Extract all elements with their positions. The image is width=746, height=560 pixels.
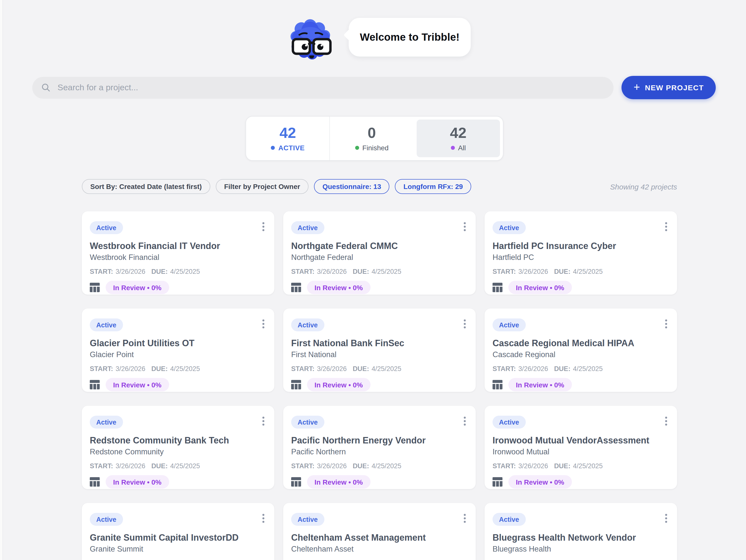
kebab-menu-button[interactable] xyxy=(260,221,266,232)
project-owner: Northgate Federal xyxy=(291,252,468,262)
review-status-pill[interactable]: In Review • 0% xyxy=(307,281,370,294)
project-card[interactable]: Active First National Bank FinSec First … xyxy=(283,309,476,392)
project-title: Hartfield PC Insurance Cyber xyxy=(492,241,669,251)
project-card[interactable]: Active Pacific Northern Energy Vendor Pa… xyxy=(283,406,476,489)
start-label: START: xyxy=(90,268,113,276)
active-label: ACTIVE xyxy=(278,144,305,152)
stat-tab-finished[interactable]: 0 Finished xyxy=(330,117,414,160)
search-input[interactable] xyxy=(57,82,605,93)
table-icon xyxy=(492,283,503,292)
filter-chip-1[interactable]: Filter by Project Owner xyxy=(216,179,309,194)
project-card[interactable]: Active Glacier Point Utilities OT Glacie… xyxy=(82,309,274,392)
status-badge: Active xyxy=(90,513,123,526)
status-badge: Active xyxy=(291,416,324,428)
status-badge: Active xyxy=(492,513,525,526)
review-status-pill[interactable]: In Review • 0% xyxy=(509,475,572,488)
project-owner: Hartfield PC xyxy=(492,252,669,262)
start-date: 3/26/2026 xyxy=(317,365,347,373)
project-card[interactable]: Active Westbrook Financial IT Vendor Wes… xyxy=(82,211,274,295)
project-dates: START: 3/26/2026 DUE: 4/25/2025 xyxy=(291,559,468,560)
start-date: 3/26/2026 xyxy=(116,559,145,560)
due-date: 4/25/2025 xyxy=(170,365,200,373)
table-icon xyxy=(90,380,100,389)
active-dot-icon xyxy=(271,146,275,150)
start-label: START: xyxy=(291,559,314,560)
filter-chip-0[interactable]: Sort By: Created Date (latest first) xyxy=(82,179,210,194)
kebab-menu-button[interactable] xyxy=(462,513,468,524)
card-footer: In Review • 0% xyxy=(492,378,669,391)
project-search-bar[interactable] xyxy=(32,77,614,99)
project-card[interactable]: Active Cheltenham Asset Management Chelt… xyxy=(283,503,476,560)
projects-grid: Active Westbrook Financial IT Vendor Wes… xyxy=(82,211,677,560)
kebab-menu-button[interactable] xyxy=(462,416,468,426)
kebab-menu-button[interactable] xyxy=(663,416,669,426)
project-owner: Glacier Point xyxy=(90,350,266,360)
review-status-pill[interactable]: In Review • 0% xyxy=(509,378,572,391)
new-project-button[interactable]: + NEW PROJECT xyxy=(622,76,716,99)
card-header: Active xyxy=(492,416,669,428)
start-date: 3/26/2026 xyxy=(116,268,145,276)
table-icon xyxy=(291,477,301,486)
card-footer: In Review • 0% xyxy=(492,281,669,294)
project-card[interactable]: Active Ironwood Mutual VendorAssessment … xyxy=(485,406,677,489)
project-card[interactable]: Active Cascade Regional Medical HIPAA Ca… xyxy=(485,309,677,392)
project-owner: First National xyxy=(291,350,468,360)
status-badge: Active xyxy=(90,416,123,428)
due-label: DUE: xyxy=(151,462,168,470)
project-card[interactable]: Active Northgate Federal CMMC Northgate … xyxy=(283,211,476,295)
card-footer: In Review • 0% xyxy=(90,378,266,391)
stat-tab-all[interactable]: 42 All xyxy=(417,119,500,157)
start-date: 3/26/2026 xyxy=(518,559,548,560)
filter-chip-2[interactable]: Questionnaire: 13 xyxy=(314,179,390,194)
kebab-menu-button[interactable] xyxy=(462,221,468,232)
kebab-menu-button[interactable] xyxy=(663,318,669,329)
start-date: 3/26/2026 xyxy=(317,462,347,470)
left-edge-strip xyxy=(0,0,3,560)
review-status-pill[interactable]: In Review • 0% xyxy=(509,281,572,294)
status-badge: Active xyxy=(90,318,123,331)
card-header: Active xyxy=(90,318,266,331)
project-card[interactable]: Active Bluegrass Health Network Vendor B… xyxy=(485,503,677,560)
stat-tab-active[interactable]: 42 ACTIVE xyxy=(246,117,330,160)
due-label: DUE: xyxy=(353,559,369,560)
plus-icon: + xyxy=(634,82,640,92)
review-status-pill[interactable]: In Review • 0% xyxy=(307,378,370,391)
kebab-menu-button[interactable] xyxy=(260,513,266,524)
start-label: START: xyxy=(291,462,314,470)
start-label: START: xyxy=(492,462,516,470)
due-date: 4/25/2025 xyxy=(372,559,401,560)
due-date: 4/25/2025 xyxy=(372,462,401,470)
status-badge: Active xyxy=(492,318,525,331)
table-icon xyxy=(492,380,503,389)
project-card[interactable]: Active Granite Summit Capital InvestorDD… xyxy=(82,503,274,560)
project-title: Pacific Northern Energy Vendor xyxy=(291,435,468,446)
review-status-pill[interactable]: In Review • 0% xyxy=(106,475,169,488)
kebab-menu-button[interactable] xyxy=(663,513,669,524)
start-label: START: xyxy=(492,559,516,560)
kebab-menu-button[interactable] xyxy=(663,221,669,232)
project-card[interactable]: Active Redstone Community Bank Tech Reds… xyxy=(82,406,274,489)
kebab-menu-button[interactable] xyxy=(462,318,468,329)
project-owner: Redstone Community xyxy=(90,447,266,457)
review-status-pill[interactable]: In Review • 0% xyxy=(106,378,169,391)
card-header: Active xyxy=(492,513,669,526)
due-label: DUE: xyxy=(151,559,168,560)
start-label: START: xyxy=(90,559,113,560)
due-date: 4/25/2025 xyxy=(170,268,200,276)
project-title: Northgate Federal CMMC xyxy=(291,241,468,251)
kebab-menu-button[interactable] xyxy=(260,318,266,329)
kebab-menu-button[interactable] xyxy=(260,416,266,426)
project-title: Glacier Point Utilities OT xyxy=(90,338,266,349)
start-label: START: xyxy=(291,365,314,373)
card-header: Active xyxy=(90,416,266,428)
card-header: Active xyxy=(492,318,669,331)
review-status-pill[interactable]: In Review • 0% xyxy=(307,475,370,488)
welcome-hero: Welcome to Tribble! xyxy=(7,0,746,59)
project-card[interactable]: Active Hartfield PC Insurance Cyber Hart… xyxy=(485,211,677,295)
start-date: 3/26/2026 xyxy=(518,268,548,276)
table-icon xyxy=(291,380,301,389)
filter-chip-3[interactable]: Longform RFx: 29 xyxy=(395,179,471,194)
start-date: 3/26/2026 xyxy=(317,559,347,560)
review-status-pill[interactable]: In Review • 0% xyxy=(106,281,169,294)
finished-count: 0 xyxy=(368,125,376,141)
